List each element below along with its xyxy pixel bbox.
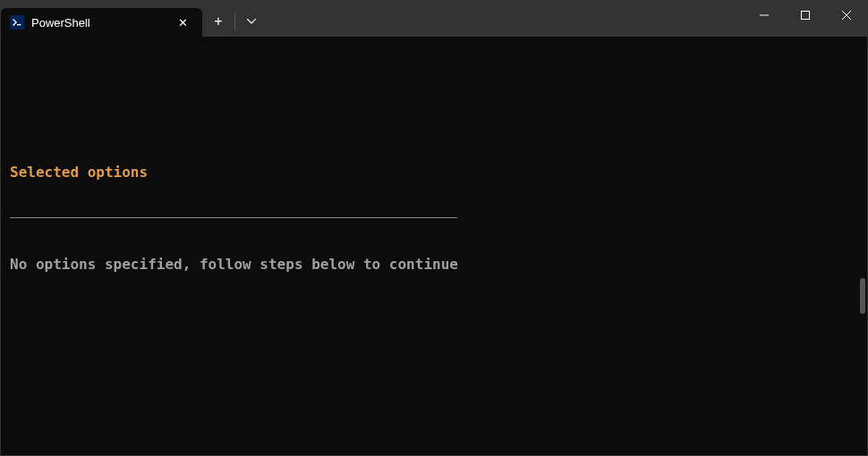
section-underline — [10, 217, 457, 218]
window-controls — [744, 1, 867, 37]
tabs-area: PowerShell ✕ + — [1, 1, 268, 37]
powershell-icon — [10, 15, 24, 30]
terminal-body[interactable]: Selected options No options specified, f… — [1, 37, 867, 456]
tab-title: PowerShell — [31, 16, 166, 30]
tab-powershell[interactable]: PowerShell ✕ — [1, 8, 202, 37]
minimize-button[interactable] — [744, 1, 785, 30]
maximize-button[interactable] — [785, 1, 826, 30]
new-tab-button[interactable]: + — [202, 7, 234, 36]
tab-dropdown-button[interactable] — [235, 7, 268, 36]
scrollbar-thumb[interactable] — [860, 278, 865, 314]
no-options-message: No options specified, follow steps below… — [10, 256, 457, 273]
selected-options-section: Selected options No options specified, f… — [10, 130, 457, 308]
window-titlebar: PowerShell ✕ + — [1, 1, 867, 37]
close-tab-icon[interactable]: ✕ — [174, 13, 191, 31]
svg-rect-3 — [802, 12, 810, 20]
close-window-button[interactable] — [826, 1, 867, 30]
steps-section: Steps Source project — [10, 444, 144, 456]
selected-options-heading: Selected options — [10, 164, 148, 181]
